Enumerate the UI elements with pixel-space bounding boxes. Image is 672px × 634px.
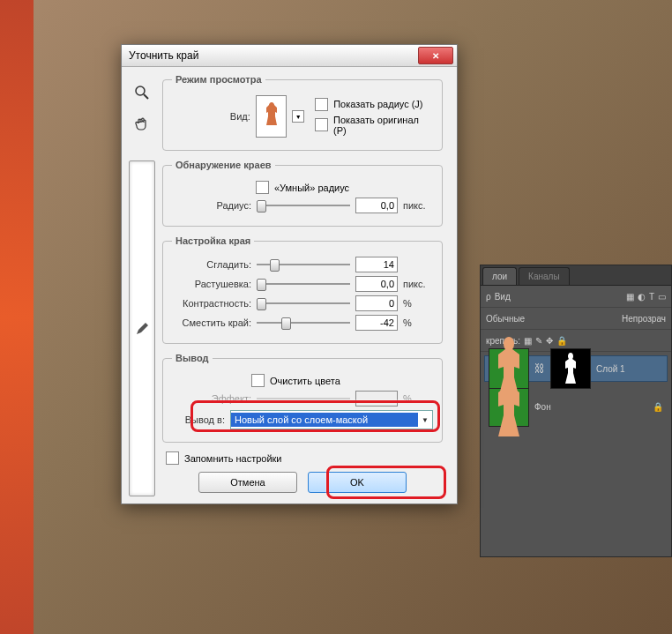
svg-line-1	[144, 94, 148, 99]
feather-input[interactable]	[355, 276, 398, 292]
layer-mask-thumbnail[interactable]	[550, 348, 591, 389]
smart-radius-checkbox[interactable]	[256, 181, 269, 194]
contrast-slider[interactable]	[257, 297, 350, 310]
radius-input[interactable]	[355, 198, 398, 213]
smooth-slider[interactable]	[257, 258, 350, 271]
radius-slider[interactable]	[257, 199, 350, 212]
blend-mode[interactable]: Обычные	[486, 314, 525, 324]
decontaminate-label: Очистить цвета	[270, 376, 340, 386]
close-button[interactable]: ✕	[418, 47, 453, 64]
shift-unit: %	[403, 317, 433, 328]
layers-panel: лои Каналы ρВид ▦ ◐ T ▭ Обычные Непрозра…	[480, 265, 672, 557]
effect-unit: %	[403, 393, 433, 404]
feather-unit: пикс.	[403, 279, 433, 289]
remember-checkbox[interactable]	[166, 451, 179, 465]
dialog-title: Уточнить край	[125, 49, 418, 62]
smooth-input[interactable]	[355, 257, 398, 272]
edge-detection-group: Обнаружение краев «Умный» радиус Радиус:…	[162, 160, 443, 227]
lock-icon-4[interactable]: 🔒	[556, 336, 567, 346]
hand-tool[interactable]	[129, 111, 155, 138]
remember-label: Запомнить настройки	[184, 453, 282, 464]
lock-icon-3[interactable]: ✥	[546, 336, 553, 346]
refine-edge-dialog: Уточнить край ✕ Режим просмотра Вид: ▼ П…	[121, 44, 458, 504]
filter-icon[interactable]: ▦	[626, 292, 634, 302]
feather-label: Растушевка:	[172, 279, 251, 289]
effect-label: Эффект:	[172, 393, 251, 404]
radius-unit: пикс.	[403, 200, 433, 211]
adjust-edge-legend: Настройка края	[172, 235, 254, 246]
cancel-button[interactable]: Отмена	[198, 472, 297, 493]
output-group: Вывод Очистить цвета Эффект: % Вывод в: …	[162, 353, 443, 443]
view-label: Вид:	[172, 111, 250, 122]
feather-slider[interactable]	[257, 278, 350, 290]
view-thumbnail[interactable]	[256, 95, 287, 138]
show-original-checkbox[interactable]	[315, 118, 328, 131]
titlebar[interactable]: Уточнить край ✕	[122, 45, 457, 67]
show-radius-label: Показать радиус (J)	[333, 99, 422, 109]
refine-brush-tool[interactable]	[129, 160, 155, 496]
output-to-label: Вывод в:	[172, 414, 225, 425]
show-radius-checkbox[interactable]	[315, 98, 328, 111]
edge-detection-legend: Обнаружение краев	[172, 160, 275, 170]
view-mode-legend: Режим просмотра	[172, 74, 265, 85]
shift-label: Сместить край:	[172, 317, 251, 328]
smart-radius-label: «Умный» радиус	[274, 183, 349, 193]
view-dropdown[interactable]: ▼	[292, 110, 304, 123]
zoom-tool[interactable]	[129, 79, 155, 106]
layer-thumbnail[interactable]	[489, 348, 529, 389]
ok-button[interactable]: OK	[308, 472, 407, 493]
effect-input	[355, 391, 398, 407]
filter-icon-3[interactable]: T	[649, 292, 654, 302]
lock-icon-2[interactable]: ✎	[535, 336, 542, 346]
show-original-label: Показать оригинал (P)	[333, 115, 433, 136]
filter-icon-2[interactable]: ◐	[638, 292, 646, 302]
tab-channels[interactable]: Каналы	[519, 267, 570, 285]
decontaminate-checkbox[interactable]	[251, 374, 265, 387]
output-to-value: Новый слой со слоем-маской	[231, 413, 418, 427]
svg-point-0	[136, 86, 145, 95]
radius-label: Радиус:	[172, 200, 251, 211]
contrast-input[interactable]	[355, 295, 398, 311]
layer-row[interactable]: ⛓ Слой 1	[484, 355, 668, 382]
filter-icon-4[interactable]: ▭	[658, 292, 666, 302]
layer-name[interactable]: Слой 1	[596, 364, 625, 374]
shift-input[interactable]	[355, 315, 398, 331]
lock-icon: 🔒	[653, 402, 663, 412]
layer-name[interactable]: Фон	[534, 402, 647, 412]
shift-slider[interactable]	[257, 317, 350, 329]
link-icon[interactable]: ⛓	[534, 362, 545, 375]
output-legend: Вывод	[172, 353, 213, 363]
output-to-select[interactable]: Новый слой со слоем-маской ▼	[230, 410, 433, 429]
tab-layers[interactable]: лои	[482, 267, 517, 285]
adjust-edge-group: Настройка края Сгладить: Растушевка: пик…	[162, 235, 443, 344]
smooth-label: Сгладить:	[172, 259, 251, 270]
kind-label: Вид	[495, 292, 511, 302]
opacity-label: Непрозрач	[622, 314, 666, 324]
view-mode-group: Режим просмотра Вид: ▼ Показать радиус (…	[162, 74, 443, 151]
chevron-down-icon: ▼	[418, 416, 432, 424]
effect-slider	[257, 392, 350, 405]
contrast-label: Контрастность:	[172, 298, 251, 309]
contrast-unit: %	[403, 298, 433, 309]
